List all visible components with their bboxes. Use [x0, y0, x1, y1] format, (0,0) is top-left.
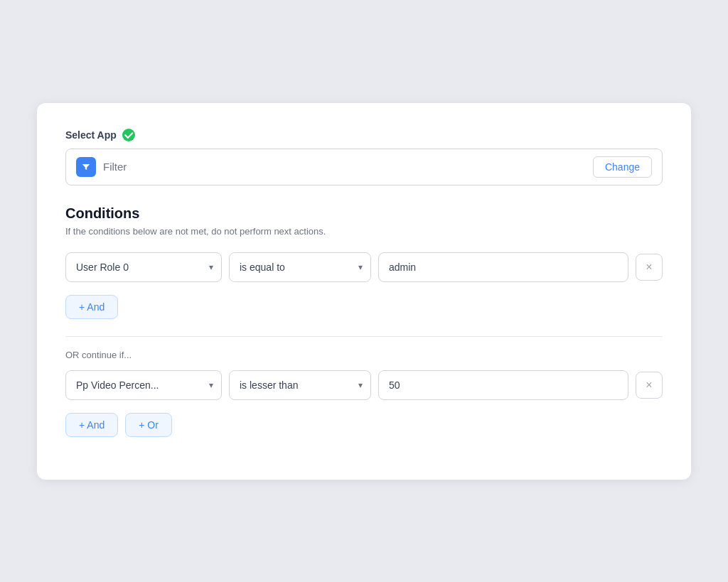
divider [65, 336, 663, 337]
conditions-description: If the conditions below are not met, do … [65, 226, 663, 237]
field-dropdown-wrapper-1: User Role 0 ▾ [65, 252, 222, 282]
add-or-button[interactable]: + Or [125, 413, 172, 437]
filter-icon [76, 157, 96, 177]
conditions-section: Conditions If the conditions below are n… [65, 205, 663, 451]
add-and-button-2[interactable]: + And [65, 413, 118, 437]
conditions-title: Conditions [65, 205, 663, 222]
operator-select-1[interactable]: is equal to is lesser than is greater th… [229, 252, 371, 282]
select-app-label: Select App [65, 129, 117, 141]
and-button-group1-wrap: + And [65, 292, 663, 333]
field-select-2[interactable]: Pp Video Percen... [65, 370, 222, 400]
operator-select-2[interactable]: is lesser than is equal to is greater th… [229, 370, 371, 400]
or-continue-label: OR continue if... [65, 350, 663, 360]
filter-svg [81, 162, 91, 172]
close-icon-2: × [646, 379, 652, 392]
select-app-section: Select App [65, 129, 663, 141]
check-icon [122, 129, 135, 141]
value-input-2[interactable] [378, 370, 628, 400]
change-button[interactable]: Change [593, 156, 652, 178]
filter-bar: Filter Change [65, 149, 663, 185]
main-card: Select App Filter Change Conditions If t… [37, 103, 691, 480]
remove-button-2[interactable]: × [636, 372, 663, 399]
condition-row-2: Pp Video Percen... ▾ is lesser than is e… [65, 370, 663, 400]
add-and-button-1[interactable]: + And [65, 295, 118, 319]
filter-text: Filter [103, 161, 593, 173]
condition-row-1: User Role 0 ▾ is equal to is lesser than… [65, 252, 663, 282]
field-select-1[interactable]: User Role 0 [65, 252, 222, 282]
operator-dropdown-wrapper-1: is equal to is lesser than is greater th… [229, 252, 371, 282]
remove-button-1[interactable]: × [636, 254, 663, 281]
bottom-buttons: + And + Or [65, 410, 663, 451]
operator-dropdown-wrapper-2: is lesser than is equal to is greater th… [229, 370, 371, 400]
value-input-1[interactable] [378, 252, 628, 282]
field-dropdown-wrapper-2: Pp Video Percen... ▾ [65, 370, 222, 400]
close-icon-1: × [646, 261, 652, 274]
